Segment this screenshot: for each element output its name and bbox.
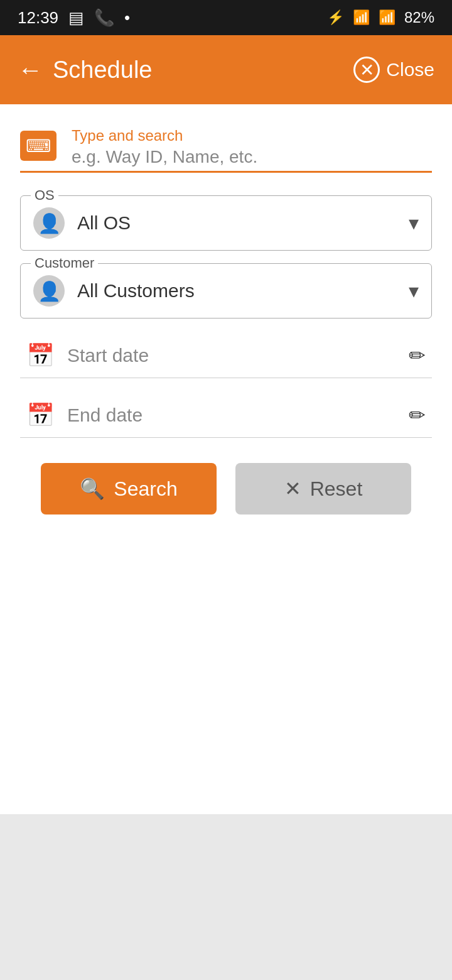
end-date-field[interactable]: 📅 End date ✏ <box>20 391 432 438</box>
close-circle-icon: ✕ <box>353 57 380 83</box>
close-label: Close <box>386 59 434 80</box>
os-person-icon: 👤 <box>33 207 65 239</box>
customer-dropdown[interactable]: Customer 👤 All Customers ▾ <box>20 263 432 318</box>
main-content: ⌨ Type and search e.g. Way ID, Name, etc… <box>0 104 452 814</box>
status-time: 12:39 ▤ 📞 • <box>18 8 130 28</box>
reset-button-label: Reset <box>310 477 363 501</box>
message-icon: ▤ <box>68 8 84 28</box>
phone-icon: 📞 <box>94 8 114 28</box>
search-icon: 🔍 <box>80 477 105 501</box>
start-date-field[interactable]: 📅 Start date ✏ <box>20 331 432 378</box>
end-date-placeholder: End date <box>67 405 396 426</box>
os-dropdown-value: All OS <box>77 212 396 234</box>
os-dropdown[interactable]: OS 👤 All OS ▾ <box>20 195 432 251</box>
keyboard-icon: ⌨ <box>20 131 56 161</box>
close-button[interactable]: ✕ Close <box>353 57 434 83</box>
dot-icon: • <box>124 8 130 28</box>
end-date-edit-icon[interactable]: ✏ <box>409 403 426 427</box>
customer-dropdown-value: All Customers <box>77 280 396 302</box>
status-bar: 12:39 ▤ 📞 • ⚡ 📶 📶 82% <box>0 0 452 35</box>
os-dropdown-inner: 👤 All OS ▾ <box>21 196 431 250</box>
end-date-calendar-icon: 📅 <box>26 402 55 428</box>
search-label: Type and search <box>72 127 432 144</box>
os-dropdown-label: OS <box>31 187 58 204</box>
customer-dropdown-label: Customer <box>31 255 98 271</box>
signal2-icon: 📶 <box>379 9 396 26</box>
action-buttons: 🔍 Search ✕ Reset <box>20 463 432 514</box>
app-bar: ← Schedule ✕ Close <box>0 35 452 104</box>
back-button[interactable]: ← <box>18 56 43 84</box>
start-date-calendar-icon: 📅 <box>26 342 55 369</box>
status-icons: ⚡ 📶 📶 82% <box>327 9 434 26</box>
app-bar-left: ← Schedule <box>18 56 152 84</box>
page-title: Schedule <box>53 57 152 84</box>
gray-area <box>0 814 452 980</box>
reset-button[interactable]: ✕ Reset <box>235 463 411 514</box>
customer-person-icon: 👤 <box>33 275 65 307</box>
signal-icon: 📶 <box>353 9 370 26</box>
search-text-area: Type and search e.g. Way ID, Name, etc. <box>72 127 432 167</box>
search-button-label: Search <box>114 477 177 501</box>
wifi-icon: ⚡ <box>327 9 344 26</box>
search-button[interactable]: 🔍 Search <box>41 463 217 514</box>
search-input-placeholder: e.g. Way ID, Name, etc. <box>72 147 432 167</box>
search-area[interactable]: ⌨ Type and search e.g. Way ID, Name, etc… <box>20 127 432 173</box>
reset-icon: ✕ <box>284 477 301 501</box>
customer-chevron-icon: ▾ <box>409 279 419 303</box>
start-date-placeholder: Start date <box>67 345 396 366</box>
battery-display: 82% <box>404 9 434 26</box>
time-display: 12:39 <box>18 8 58 28</box>
start-date-edit-icon[interactable]: ✏ <box>409 344 426 368</box>
customer-dropdown-inner: 👤 All Customers ▾ <box>21 264 431 318</box>
os-chevron-icon: ▾ <box>409 211 419 235</box>
